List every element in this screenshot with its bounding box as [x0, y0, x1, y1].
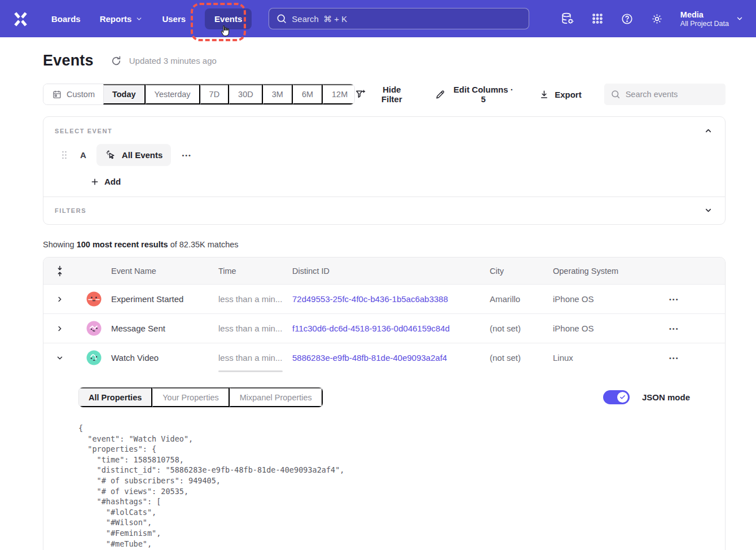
event-name[interactable]: Message Sent — [111, 324, 218, 333]
event-clause-row: A All Events ••• — [61, 144, 725, 166]
event-os: iPhone OS — [553, 324, 654, 333]
add-event-label: Add — [104, 177, 121, 186]
edit-columns-button[interactable]: Edit Columns · 5 — [435, 85, 517, 104]
nav-right-cluster: Media All Project Data — [561, 10, 744, 28]
event-city: Amarillo — [490, 294, 553, 304]
row-more-options-button[interactable]: ••• — [669, 355, 679, 361]
horizontal-scrollbar-thumb[interactable] — [218, 370, 283, 372]
properties-tabs: All Properties Your Properties Mixpanel … — [78, 387, 323, 408]
filter-funnel-icon — [355, 89, 366, 100]
main-content: Events Updated 3 minutes ago Custom Toda… — [0, 37, 756, 550]
date-range-6m[interactable]: 6M — [293, 84, 323, 104]
event-name[interactable]: Watch Video — [111, 353, 218, 363]
date-range-30d[interactable]: 30D — [229, 84, 263, 104]
date-range-7d[interactable]: 7D — [200, 84, 230, 104]
events-table: Event Name Time Distinct ID City Operati… — [43, 257, 726, 550]
sort-expand-icon — [56, 265, 64, 277]
expand-row-button[interactable] — [43, 295, 76, 303]
plus-icon — [90, 177, 99, 186]
clause-letter: A — [80, 150, 86, 160]
chevron-up-icon — [704, 126, 713, 135]
date-range-3m[interactable]: 3M — [263, 84, 293, 104]
global-search-input[interactable] — [269, 8, 529, 29]
tab-mixpanel-properties[interactable]: Mixpanel Properties — [230, 387, 323, 407]
tab-all-properties[interactable]: All Properties — [79, 387, 152, 407]
hide-filter-label: Hide Filter — [371, 85, 412, 104]
event-time: less than a min... — [218, 294, 292, 304]
nav-item-events[interactable]: Events — [205, 8, 252, 29]
event-time: less than a min... — [218, 324, 292, 333]
event-sparkle-cursor-icon — [105, 149, 117, 161]
distinct-id-link[interactable]: f11c30d6-dc6d-4518-9136-0d046159c84d — [292, 324, 490, 333]
top-navigation: Boards Reports Users Events — [0, 0, 756, 37]
expand-row-button[interactable] — [43, 325, 76, 333]
settings-gear-icon[interactable] — [650, 12, 663, 25]
project-name: Media — [680, 10, 729, 20]
row-more-options-button[interactable]: ••• — [669, 296, 679, 303]
json-mode-toggle[interactable] — [603, 390, 630, 404]
event-selector-chip[interactable]: All Events — [96, 144, 172, 166]
chevron-down-icon — [704, 206, 713, 215]
event-time: less than a min... — [218, 353, 292, 363]
date-range-yesterday[interactable]: Yesterday — [146, 84, 200, 104]
column-header-time[interactable]: Time — [218, 267, 292, 276]
table-row: Message Sent less than a min... f11c30d6… — [43, 313, 725, 343]
chevron-right-icon — [56, 295, 64, 303]
column-header-distinct-id[interactable]: Distinct ID — [292, 267, 490, 276]
column-header-os[interactable]: Operating System — [553, 267, 654, 276]
distinct-id-link[interactable]: 5886283e-e9fb-48fb-81de-40e9093a2af4 — [292, 353, 490, 363]
toggle-check-icon — [617, 392, 628, 403]
chevron-right-icon — [56, 325, 64, 333]
date-range-today[interactable]: Today — [103, 84, 146, 104]
calendar-icon — [52, 89, 62, 99]
date-range-custom[interactable]: Custom — [43, 84, 103, 104]
results-summary-suffix: of 82.35K matches — [168, 240, 239, 249]
chevron-down-icon — [736, 15, 744, 23]
expand-filters-button[interactable] — [703, 205, 714, 216]
refresh-icon[interactable] — [111, 55, 122, 67]
download-icon — [539, 89, 550, 100]
event-name[interactable]: Experiment Started — [111, 294, 218, 304]
row-more-options-button[interactable]: ••• — [669, 325, 679, 332]
date-range-picker: Custom Today Yesterday 7D 30D 3M 6M 12M — [43, 84, 355, 105]
tab-your-properties[interactable]: Your Properties — [152, 387, 229, 407]
column-header-event-name[interactable]: Event Name — [111, 267, 218, 276]
updated-timestamp: Updated 3 minutes ago — [129, 56, 217, 66]
collapse-all-rows-button[interactable] — [43, 265, 76, 277]
pencil-icon — [435, 89, 446, 100]
export-button[interactable]: Export — [539, 89, 582, 100]
nav-item-users[interactable]: Users — [162, 14, 186, 24]
primary-nav: Boards Reports Users Events — [51, 8, 252, 29]
results-summary-prefix: Showing — [43, 240, 77, 249]
page-title: Events — [43, 52, 94, 69]
add-event-button[interactable]: Add — [90, 177, 121, 186]
project-switcher[interactable]: Media All Project Data — [680, 10, 744, 28]
drag-handle-icon[interactable] — [61, 150, 68, 160]
column-header-city[interactable]: City — [490, 267, 553, 276]
export-label: Export — [555, 90, 582, 99]
select-event-label: SELECT EVENT — [55, 128, 112, 134]
nav-item-reports[interactable]: Reports — [100, 14, 143, 24]
help-icon[interactable] — [621, 12, 634, 25]
mixpanel-logo-icon[interactable] — [12, 11, 29, 27]
table-row: Experiment Started less than a min... 72… — [43, 284, 725, 313]
event-avatar — [76, 321, 111, 336]
collapse-row-button[interactable] — [43, 354, 76, 362]
collapse-select-event-button[interactable] — [703, 125, 714, 136]
date-range-12m[interactable]: 12M — [323, 84, 355, 104]
filters-label: FILTERS — [55, 207, 86, 214]
event-os: iPhone OS — [553, 294, 654, 304]
table-row-expanded: Watch Video less than a min... 5886283e-… — [43, 343, 725, 372]
data-management-icon[interactable] — [561, 12, 574, 25]
event-more-options-button[interactable]: ••• — [182, 152, 192, 159]
hide-filter-button[interactable]: Hide Filter — [355, 85, 412, 104]
search-events — [604, 84, 726, 105]
search-events-input[interactable] — [604, 84, 726, 105]
event-selector-label: All Events — [122, 150, 163, 160]
event-avatar — [76, 350, 111, 365]
table-header-row: Event Name Time Distinct ID City Operati… — [43, 257, 725, 284]
nav-item-reports-label: Reports — [100, 14, 132, 24]
nav-item-boards[interactable]: Boards — [51, 14, 81, 24]
apps-grid-icon[interactable] — [591, 12, 604, 25]
distinct-id-link[interactable]: 72d49553-25fc-4f0c-b436-1b5ac6ab3388 — [292, 294, 490, 304]
